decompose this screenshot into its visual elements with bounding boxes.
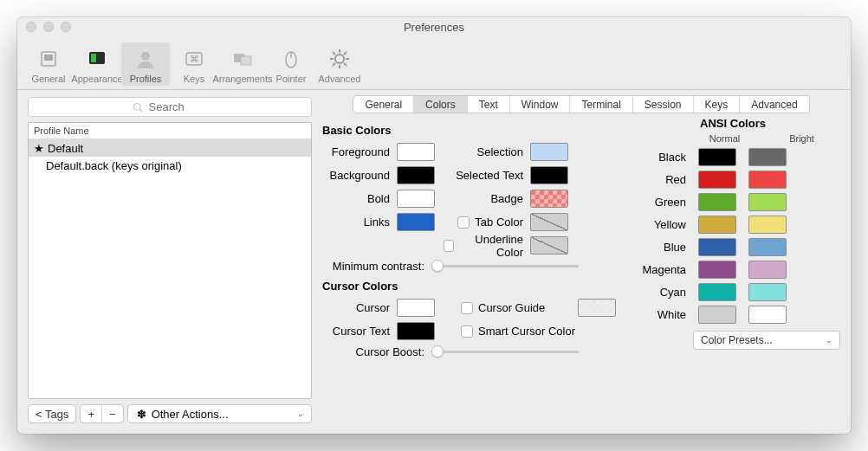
svg-line-18: [333, 63, 335, 66]
toolbar-arrangements[interactable]: Arrangements: [218, 42, 267, 86]
color-row: Smart Cursor Color: [444, 319, 616, 343]
tab-session[interactable]: Session: [633, 96, 694, 113]
profile-list: Profile Name ★DefaultDefault.back (keys …: [28, 122, 312, 399]
search-field[interactable]: [147, 100, 208, 114]
row-label: Background: [322, 169, 397, 182]
toolbar-label: Keys: [184, 74, 204, 84]
tab-colors[interactable]: Colors: [414, 96, 468, 113]
color-swatch[interactable]: [397, 213, 435, 231]
tags-button[interactable]: < Tags: [29, 405, 75, 422]
toolbar-appearance[interactable]: Appearance: [73, 42, 121, 86]
ansi-bright-swatch[interactable]: [748, 216, 787, 234]
add-profile-button[interactable]: +: [81, 405, 102, 422]
color-swatch[interactable]: [397, 322, 435, 340]
ansi-bright-swatch[interactable]: [748, 193, 787, 211]
color-row: Foreground: [322, 140, 435, 164]
appearance-icon: [84, 46, 110, 72]
row-label: Cursor: [322, 301, 397, 314]
ansi-row: Cyan: [625, 280, 840, 303]
row-label: Tab Color: [475, 216, 523, 229]
ansi-bright-swatch[interactable]: [748, 306, 787, 324]
profile-row[interactable]: ★Default: [29, 139, 311, 157]
toolbar-label: Arrangements: [212, 74, 272, 84]
toolbar-advanced[interactable]: Advanced: [315, 42, 364, 86]
color-swatch[interactable]: [397, 299, 435, 317]
toolbar-general[interactable]: General: [24, 42, 73, 86]
preferences-window: Preferences GeneralAppearanceProfiles⌘Ke…: [17, 17, 851, 434]
color-swatch[interactable]: [530, 190, 568, 208]
color-swatch[interactable]: [530, 213, 568, 231]
row-label: Cursor Text: [322, 325, 397, 338]
ansi-normal-swatch[interactable]: [698, 193, 736, 211]
svg-line-16: [333, 52, 335, 55]
svg-point-4: [141, 52, 150, 61]
color-swatch[interactable]: [530, 166, 568, 184]
color-row: Cursor Guide: [444, 296, 616, 319]
cursor-colors-heading: Cursor Colors: [322, 280, 608, 293]
search-icon: [133, 102, 143, 113]
ansi-normal-swatch[interactable]: [698, 306, 736, 324]
toolbar-profiles[interactable]: Profiles: [121, 42, 170, 86]
ansi-normal-swatch[interactable]: [698, 238, 736, 256]
profile-list-header: Profile Name: [29, 123, 311, 139]
color-swatch[interactable]: [397, 166, 435, 184]
svg-point-11: [335, 55, 344, 63]
ansi-bright-swatch[interactable]: [748, 171, 787, 189]
ansi-normal-swatch[interactable]: [698, 216, 736, 234]
toolbar-label: Profiles: [130, 74, 162, 84]
checkbox[interactable]: [457, 216, 470, 229]
checkbox[interactable]: [461, 325, 473, 338]
search-input[interactable]: [28, 97, 312, 117]
ansi-bright-swatch[interactable]: [748, 261, 787, 279]
ansi-row: Blue: [625, 235, 840, 258]
svg-rect-3: [91, 54, 96, 62]
cursor-boost-slider[interactable]: [431, 345, 579, 358]
row-label: Selected Text: [444, 169, 530, 182]
ansi-bright-swatch[interactable]: [748, 148, 787, 166]
profile-row[interactable]: Default.back (keys original): [29, 157, 311, 174]
ansi-normal-swatch[interactable]: [698, 261, 736, 279]
titlebar: Preferences: [17, 17, 851, 36]
remove-profile-button[interactable]: −: [102, 405, 123, 422]
profile-footer: < Tags + − ✽ Other Actions... ⌄: [28, 404, 312, 423]
toolbar-keys[interactable]: ⌘Keys: [170, 42, 218, 86]
min-contrast-slider[interactable]: [431, 259, 579, 273]
checkbox[interactable]: [444, 240, 454, 252]
color-row: Badge: [444, 187, 568, 210]
color-swatch[interactable]: [397, 143, 435, 161]
profiles-icon: [133, 46, 159, 72]
tab-keys[interactable]: Keys: [694, 96, 741, 113]
color-row: Background: [322, 164, 435, 187]
basic-colors-heading: Basic Colors: [322, 124, 608, 137]
ansi-row: Red: [625, 168, 840, 190]
ansi-bright-header: Bright: [763, 133, 840, 144]
profile-name: Default.back (keys original): [46, 159, 182, 172]
ansi-normal-swatch[interactable]: [698, 283, 736, 301]
toolbar-label: General: [31, 74, 65, 84]
color-swatch[interactable]: [530, 143, 568, 161]
ansi-color-name: Blue: [625, 241, 686, 254]
tab-window[interactable]: Window: [510, 96, 571, 113]
arrangements-icon: [230, 46, 256, 72]
ansi-normal-swatch[interactable]: [698, 171, 736, 189]
color-swatch[interactable]: [530, 236, 568, 254]
ansi-normal-swatch[interactable]: [698, 148, 736, 166]
color-swatch[interactable]: [397, 190, 435, 208]
color-row: Cursor Text: [322, 319, 435, 343]
ansi-bright-swatch[interactable]: [748, 238, 787, 256]
checkbox[interactable]: [461, 302, 473, 314]
tab-terminal[interactable]: Terminal: [570, 96, 632, 113]
ansi-bright-swatch[interactable]: [748, 283, 787, 301]
toolbar-label: Pointer: [276, 74, 307, 84]
toolbar-pointer[interactable]: Pointer: [267, 42, 315, 86]
ansi-color-name: Magenta: [625, 263, 686, 276]
tab-advanced[interactable]: Advanced: [740, 96, 808, 113]
color-presets-dropdown[interactable]: Color Presets... ⌄: [693, 331, 840, 350]
row-label: Bold: [322, 192, 397, 205]
tab-text[interactable]: Text: [468, 96, 510, 113]
ansi-row: White: [625, 303, 840, 325]
other-actions-dropdown[interactable]: ✽ Other Actions... ⌄: [127, 404, 312, 423]
tab-general[interactable]: General: [353, 96, 414, 113]
cursor-boost-label: Cursor Boost:: [331, 345, 431, 358]
other-actions-label: Other Actions...: [152, 408, 229, 421]
